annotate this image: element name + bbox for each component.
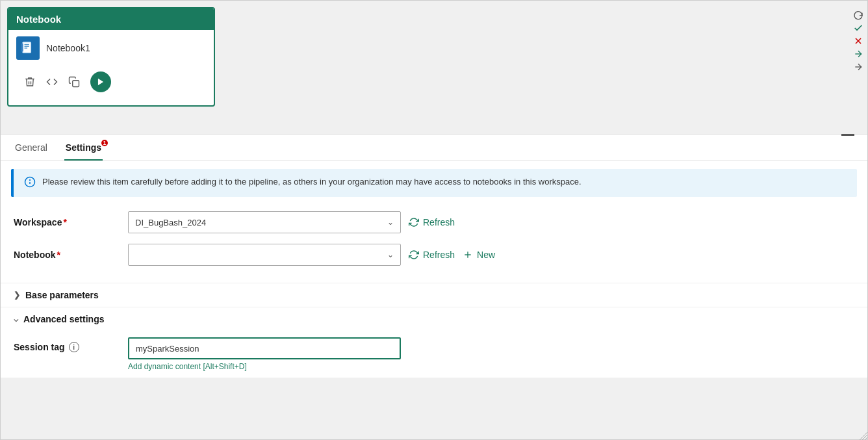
base-parameters-label: Base parameters [25, 290, 99, 300]
notebook-card: Notebook Notebook1 [7, 7, 215, 107]
code-icon[interactable] [46, 76, 58, 88]
session-tag-info-icon[interactable]: i [69, 342, 79, 352]
form-section: Workspace* DI_BugBash_2024 ⌄ Refresh [1, 205, 867, 283]
session-tag-row: Session tag i Add dynamic content [Alt+S… [14, 337, 854, 371]
advanced-settings-label: Advanced settings [23, 314, 104, 324]
advanced-settings-header[interactable]: ⌵ Advanced settings [14, 314, 854, 324]
delete-icon[interactable] [24, 76, 36, 88]
session-tag-input[interactable] [128, 337, 401, 359]
svg-line-18 [865, 437, 867, 440]
check-icon[interactable] [853, 23, 863, 33]
side-controls [849, 7, 867, 75]
notebook-card-area: Notebook Notebook1 [1, 1, 867, 134]
notebook-card-body: Notebook1 [8, 30, 214, 105]
tabs-bar: General Settings 1 [1, 135, 867, 161]
workspace-refresh-button[interactable]: Refresh [409, 217, 455, 227]
workspace-dropdown[interactable]: DI_BugBash_2024 ⌄ [128, 211, 401, 233]
tab-settings[interactable]: Settings 1 [64, 135, 103, 161]
notebook-row: Notebook* ⌄ Refresh [14, 244, 854, 266]
notebook-dropdown[interactable]: ⌄ [128, 244, 401, 266]
dynamic-content-link[interactable]: Add dynamic content [Alt+Shift+D] [128, 362, 401, 371]
svg-rect-5 [73, 81, 79, 87]
workspace-dropdown-value: DI_BugBash_2024 [135, 218, 206, 227]
base-parameters-header[interactable]: ❯ Base parameters [14, 290, 854, 300]
info-icon [24, 176, 36, 190]
svg-line-17 [862, 435, 867, 440]
settings-badge: 1 [101, 140, 108, 146]
session-tag-section: Session tag i Add dynamic content [Alt+S… [1, 331, 867, 378]
arrow-right-icon[interactable] [853, 49, 863, 59]
info-banner: Please review this item carefully before… [11, 169, 857, 197]
notebook-dropdown-arrow: ⌄ [387, 250, 394, 259]
notebook-required: * [57, 250, 60, 260]
session-tag-label: Session tag i [14, 337, 118, 352]
notebook-actions [16, 68, 206, 99]
notebook-refresh-label: Refresh [423, 250, 455, 260]
workspace-dropdown-arrow: ⌄ [387, 218, 394, 227]
notebook-field-label: Notebook* [14, 250, 118, 260]
svg-rect-0 [23, 42, 31, 53]
notebook-item-name: Notebook1 [46, 43, 90, 53]
notebook-refresh-button[interactable]: Refresh [409, 250, 455, 260]
notebook-control-group: ⌄ Refresh [128, 244, 854, 266]
workspace-row: Workspace* DI_BugBash_2024 ⌄ Refresh [14, 211, 854, 233]
notebook-new-button[interactable]: New [463, 250, 495, 260]
advanced-settings-section: ⌵ Advanced settings [1, 307, 867, 331]
notebook-new-label: New [477, 250, 495, 260]
info-banner-text: Please review this item carefully before… [42, 175, 581, 188]
workspace-label: Workspace* [14, 217, 118, 227]
redo-icon[interactable] [853, 10, 863, 20]
settings-panel: General Settings 1 Please review this it… [1, 135, 867, 378]
close-x-icon[interactable] [853, 36, 863, 46]
notebook-card-header: Notebook [8, 8, 214, 30]
minimize-bar[interactable] [841, 134, 854, 136]
workspace-control-group: DI_BugBash_2024 ⌄ Refresh [128, 211, 854, 233]
notebook-file-icon [16, 36, 40, 60]
copy-icon[interactable] [68, 76, 80, 88]
advanced-settings-chevron: ⌵ [14, 315, 18, 324]
notebook-item-row: Notebook1 [16, 36, 206, 60]
svg-marker-6 [98, 79, 103, 86]
session-input-group: Add dynamic content [Alt+Shift+D] [128, 337, 401, 371]
arrow-right2-icon[interactable] [853, 62, 863, 72]
tab-general[interactable]: General [14, 135, 49, 161]
svg-rect-4 [21, 44, 23, 52]
main-container: Notebook Notebook1 [0, 0, 868, 440]
base-parameters-chevron: ❯ [14, 291, 20, 300]
notebook-card-title: Notebook [16, 14, 61, 25]
workspace-refresh-label: Refresh [423, 217, 455, 227]
resize-handle[interactable] [860, 432, 867, 439]
run-icon[interactable] [90, 71, 111, 92]
base-parameters-section: ❯ Base parameters [1, 283, 867, 307]
workspace-required: * [63, 217, 66, 227]
